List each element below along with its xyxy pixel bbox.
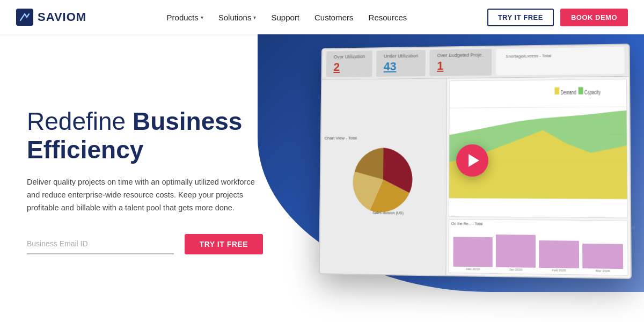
chart-title: Shortage/Excess - Total (503, 50, 617, 61)
stat-value: 1 (437, 58, 484, 73)
pie-chart-area: Chart View - Total Sales division (US) (320, 78, 447, 275)
bars-row: Dec 2019 Jan 2020 Feb 2020 (451, 227, 625, 273)
bar-label: Mar 2020 (596, 269, 610, 273)
svg-text:Demand: Demand (561, 89, 576, 96)
bar-group: Jan 2020 (496, 235, 536, 272)
nav-solutions[interactable]: Solutions ▾ (218, 13, 257, 22)
dashboard-stats-row: Over Utilization 2 Under Utilization 43 … (322, 45, 629, 80)
bar-label: Feb 2020 (552, 268, 566, 272)
bar-chart: On the Re... - Total Dec 2019 Jan 2020 (448, 219, 628, 276)
stat-value: 43 (384, 60, 418, 74)
line-chart-area: Demand Capacity On the Re... - Total (446, 77, 630, 278)
chevron-down-icon: ▾ (253, 14, 256, 20)
play-icon (468, 154, 479, 167)
hero-content: Redefine Business Efficiency Deliver qua… (0, 34, 290, 322)
svg-rect-34 (554, 87, 559, 95)
bar-label: Dec 2019 (466, 267, 480, 270)
nav-support[interactable]: Support (271, 13, 299, 22)
saviom-logo-icon (16, 9, 33, 26)
bar-label: Jan 2020 (509, 268, 522, 271)
stat-label: Over Budgeted Proje.. (437, 52, 484, 58)
stat-label: Under Utilization (384, 53, 418, 59)
dashboard-frame: Over Utilization 2 Under Utilization 43 … (319, 43, 632, 279)
hero-form: TRY IT FREE (27, 234, 263, 254)
nav-links: Products ▾ Solutions ▾ Support Customers… (167, 13, 407, 22)
hero-description: Deliver quality projects on time with an… (27, 176, 263, 215)
email-input[interactable] (27, 234, 174, 254)
stat-over-utilization: Over Utilization 2 (326, 50, 372, 77)
logo-text: SAVIOM (38, 10, 86, 24)
logo[interactable]: SAVIOM (16, 9, 86, 26)
bar-rect (539, 240, 579, 268)
bar-group: Mar 2020 (582, 244, 623, 273)
navbar: SAVIOM Products ▾ Solutions ▾ Support Cu… (0, 0, 644, 34)
bar-chart-title: On the Re... - Total (451, 222, 625, 227)
bar-rect (582, 244, 623, 269)
pie-chart: Sales division (US) (341, 142, 425, 217)
stat-over-budgeted: Over Budgeted Proje.. 1 (430, 49, 492, 76)
stat-chart-area: Shortage/Excess - Total (496, 47, 624, 76)
nav-products[interactable]: Products ▾ (167, 13, 203, 22)
play-button[interactable] (456, 144, 488, 177)
bar-group: Feb 2020 (539, 240, 579, 272)
nav-resources[interactable]: Resources (369, 13, 407, 22)
pie-title: Chart View - Total (325, 136, 357, 141)
svg-text:Capacity: Capacity (584, 89, 601, 96)
svg-rect-0 (16, 9, 33, 26)
bar-rect (453, 237, 492, 267)
stat-under-utilization: Under Utilization 43 (376, 50, 426, 77)
bar-rect (496, 235, 536, 268)
dashboard-screenshot: Over Utilization 2 Under Utilization 43 … (317, 45, 628, 276)
nav-customers[interactable]: Customers (314, 13, 354, 22)
stat-value: 2 (333, 60, 365, 74)
chevron-down-icon: ▾ (201, 14, 203, 20)
try-it-free-button[interactable]: TRY IT FREE (185, 234, 263, 254)
svg-line-30 (450, 107, 627, 108)
bar-group: Dec 2019 (453, 237, 492, 271)
hero-headline: Redefine Business Efficiency (27, 107, 263, 164)
book-demo-button[interactable]: BOOK DEMO (560, 9, 628, 26)
hero-section: Redefine Business Efficiency Deliver qua… (0, 34, 644, 322)
svg-rect-36 (579, 87, 583, 94)
stat-label: Over Utilization (334, 54, 365, 60)
dashboard-middle: Chart View - Total Sales division (US) (320, 77, 631, 278)
try-it-free-nav-button[interactable]: TRY IT FREE (487, 9, 554, 26)
nav-actions: TRY IT FREE BOOK DEMO (487, 9, 628, 26)
svg-text:Sales division (US): Sales division (US) (372, 211, 403, 215)
svg-point-28 (632, 226, 635, 229)
